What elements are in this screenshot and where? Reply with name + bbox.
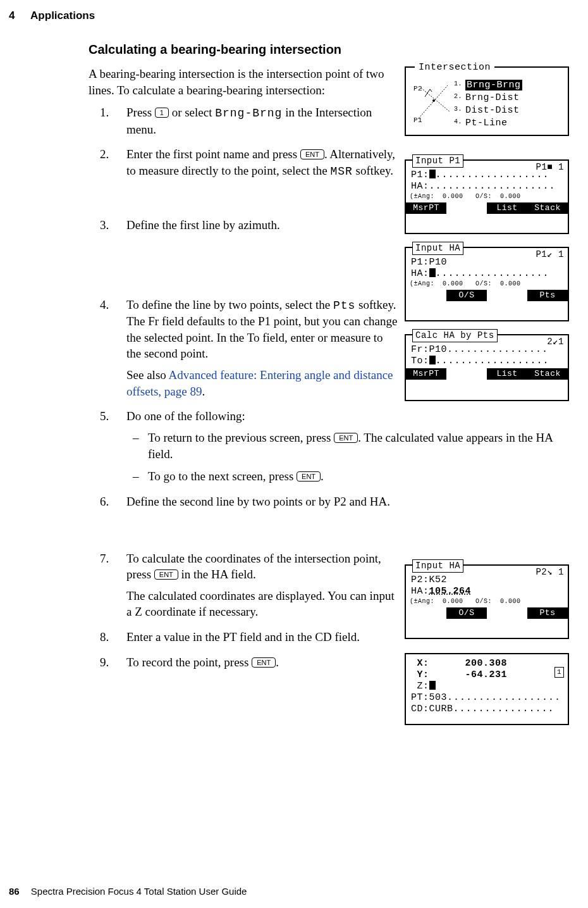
lcd-softkeys: O/S Pts [406,290,568,301]
chapter-title: Applications [30,9,95,22]
intro-paragraph: A bearing-bearing intersection is the in… [89,66,400,98]
svg-text:P2: P2 [413,85,422,92]
cursor-icon [429,356,436,364]
lcd-softkeys: O/S Pts [406,607,568,619]
svg-line-3 [421,88,450,112]
step-4: To define the line by two points, select… [126,297,398,400]
softkey-stack: Stack [527,202,568,214]
menu-item-3: Dist-Dist [465,105,520,116]
menu-option-brng-brng: Brng-Brng [215,107,282,120]
softkey-pts: Pts [527,607,568,619]
lcd-input-p1: Input P1 P1■ 1 P1:.................. HA:… [405,159,569,234]
step-1: Press 1 or select Brng-Brng in the Inter… [126,104,398,137]
softkey-stack: Stack [527,368,568,380]
svg-point-4 [432,99,435,102]
key-1-icon: 1 [155,108,169,118]
step-3: Define the first line by azimuth. [126,217,398,233]
page-footer: 86 Spectra Precision Focus 4 Total Stati… [9,885,247,898]
step-5: Do one of the following: To return to th… [126,408,569,485]
key-ent-icon: ENT [297,471,321,482]
corner-indicator-icon: P1↙ 1 [536,251,564,258]
softkey-os: O/S [446,607,487,619]
softkey-msrpt: MsrPT [406,368,446,380]
cursor-icon [429,268,436,277]
key-ent-icon: ENT [300,149,324,159]
svg-text:P1: P1 [413,116,422,124]
key-ent-icon: ENT [154,569,178,580]
cursor-icon [429,170,436,178]
corner-indicator-icon: P2↘ 1 [536,568,564,576]
page-badge-icon: 1 [554,667,564,678]
lcd-title: Intersection [415,61,494,74]
corner-indicator-icon: P1■ 1 [536,163,564,171]
lcd-title: Calc HA by Pts [412,329,498,342]
corner-indicator-icon: 2↙1 [547,338,564,345]
step-7: To calculate the coordinates of the inte… [126,550,398,621]
menu-item-2: Brng-Dist [465,92,520,103]
menu-item-1: Brng-Brng [465,80,522,90]
section-heading: Calculating a bearing-bearing intersecti… [89,41,569,58]
step-5-option-1: To return to the previous screen, press … [148,430,569,462]
step-5-option-2: To go to the next screen, press ENT. [148,468,569,485]
softkey-os: O/S [446,290,487,301]
lcd-title: Input HA [412,242,463,255]
menu-item-4: Pt-Line [465,118,508,128]
step-2: Enter the first point name and press ENT… [126,146,398,179]
page-header: 4 Applications [9,9,579,23]
lcd-title: Input P1 [412,154,463,168]
softkey-pts: Pts [527,290,568,301]
softkey-msrpt: MsrPT [406,202,446,214]
lcd-title: Input HA [412,559,463,573]
page-number: 86 [9,886,20,897]
lcd-calc-ha: Calc HA by Pts 2↙1 Fr:P10...............… [405,334,569,401]
key-ent-icon: ENT [334,433,358,443]
key-ent-icon: ENT [252,657,276,668]
softkey-pts: Pts [333,299,355,312]
lcd-result: 1 X: 200.308 Y: -64.231 Z: PT:503.......… [405,653,569,725]
softkey-list: List [487,202,527,214]
footer-title: Spectra Precision Focus 4 Total Station … [31,886,247,897]
softkey-list: List [487,368,527,380]
lcd-softkeys: MsrPT List Stack [406,368,568,380]
cursor-icon [429,681,436,690]
softkey-msr: MSR [330,165,352,178]
lcd-input-ha-1: Input HA P1↙ 1 P1:P10 HA:...............… [405,247,569,321]
chapter-number: 4 [9,9,28,23]
step-6: Define the second line by two points or … [126,494,398,510]
lcd-softkeys: MsrPT List Stack [406,202,568,214]
lcd-input-ha-2: Input HA P2↘ 1 P2:K52 HA:105.264 (±Ang: … [405,564,569,639]
step-5-options: To return to the previous screen, press … [126,430,569,485]
diagram-icon: P2 P1 [412,79,458,125]
svg-line-2 [419,85,448,118]
lcd-intersection-menu: Intersection P2 P1 1.Brng-Brng 2.Brng-Di… [405,66,569,136]
